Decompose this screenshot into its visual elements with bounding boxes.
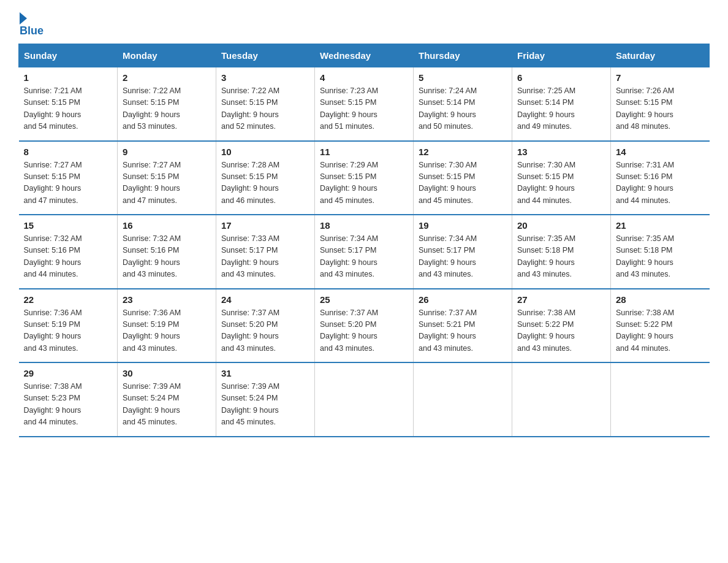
day-number: 16: [123, 220, 211, 231]
day-info: Sunrise: 7:35 AMSunset: 5:18 PMDaylight:…: [517, 233, 605, 281]
day-number: 19: [419, 220, 507, 231]
logo-arrow-icon: [20, 12, 27, 25]
day-number: 24: [221, 294, 309, 305]
calendar-cell: 19Sunrise: 7:34 AMSunset: 5:17 PMDayligh…: [414, 215, 512, 289]
day-info: Sunrise: 7:22 AMSunset: 5:15 PMDaylight:…: [123, 85, 211, 133]
day-info: Sunrise: 7:27 AMSunset: 5:15 PMDaylight:…: [24, 159, 113, 207]
calendar-header-row: SundayMondayTuesdayWednesdayThursdayFrid…: [19, 44, 710, 67]
calendar-cell: 16Sunrise: 7:32 AMSunset: 5:16 PMDayligh…: [118, 215, 216, 289]
day-info: Sunrise: 7:39 AMSunset: 5:24 PMDaylight:…: [123, 381, 211, 429]
day-info: Sunrise: 7:35 AMSunset: 5:18 PMDaylight:…: [616, 233, 705, 281]
calendar-cell: 11Sunrise: 7:29 AMSunset: 5:15 PMDayligh…: [315, 141, 414, 215]
day-number: 3: [221, 72, 309, 83]
calendar-cell: 4Sunrise: 7:23 AMSunset: 5:15 PMDaylight…: [315, 67, 414, 141]
calendar-cell: 21Sunrise: 7:35 AMSunset: 5:18 PMDayligh…: [611, 215, 710, 289]
day-number: 25: [320, 294, 408, 305]
logo-subtitle: Blue: [20, 25, 44, 37]
calendar-cell: 8Sunrise: 7:27 AMSunset: 5:15 PMDaylight…: [19, 141, 118, 215]
day-info: Sunrise: 7:37 AMSunset: 5:20 PMDaylight:…: [320, 307, 408, 355]
day-info: Sunrise: 7:32 AMSunset: 5:16 PMDaylight:…: [24, 233, 113, 281]
calendar-cell: 1Sunrise: 7:21 AMSunset: 5:15 PMDaylight…: [19, 67, 118, 141]
day-info: Sunrise: 7:25 AMSunset: 5:14 PMDaylight:…: [517, 85, 605, 133]
day-number: 22: [24, 294, 113, 305]
day-number: 4: [320, 72, 408, 83]
logo: Blue: [18, 12, 44, 37]
header-tuesday: Tuesday: [216, 44, 315, 67]
week-row-3: 15Sunrise: 7:32 AMSunset: 5:16 PMDayligh…: [19, 215, 710, 289]
header-thursday: Thursday: [414, 44, 512, 67]
calendar-cell: [414, 362, 512, 437]
week-row-5: 29Sunrise: 7:38 AMSunset: 5:23 PMDayligh…: [19, 362, 710, 437]
calendar-cell: 5Sunrise: 7:24 AMSunset: 5:14 PMDaylight…: [414, 67, 512, 141]
day-info: Sunrise: 7:21 AMSunset: 5:15 PMDaylight:…: [24, 85, 113, 133]
day-number: 14: [616, 147, 705, 157]
calendar-cell: 30Sunrise: 7:39 AMSunset: 5:24 PMDayligh…: [118, 362, 216, 437]
day-info: Sunrise: 7:36 AMSunset: 5:19 PMDaylight:…: [123, 307, 211, 355]
day-number: 29: [24, 368, 113, 378]
calendar-cell: 20Sunrise: 7:35 AMSunset: 5:18 PMDayligh…: [512, 215, 611, 289]
day-info: Sunrise: 7:22 AMSunset: 5:15 PMDaylight:…: [221, 85, 309, 133]
day-number: 5: [419, 72, 507, 83]
calendar-cell: 6Sunrise: 7:25 AMSunset: 5:14 PMDaylight…: [512, 67, 611, 141]
calendar-cell: 9Sunrise: 7:27 AMSunset: 5:15 PMDaylight…: [118, 141, 216, 215]
week-row-1: 1Sunrise: 7:21 AMSunset: 5:15 PMDaylight…: [19, 67, 710, 141]
day-info: Sunrise: 7:24 AMSunset: 5:14 PMDaylight:…: [419, 85, 507, 133]
day-info: Sunrise: 7:37 AMSunset: 5:21 PMDaylight:…: [419, 307, 507, 355]
calendar-cell: 15Sunrise: 7:32 AMSunset: 5:16 PMDayligh…: [19, 215, 118, 289]
page-header: Blue: [18, 12, 710, 37]
day-number: 13: [517, 147, 605, 157]
header-saturday: Saturday: [611, 44, 710, 67]
day-number: 27: [517, 294, 605, 305]
day-info: Sunrise: 7:38 AMSunset: 5:22 PMDaylight:…: [517, 307, 605, 355]
day-info: Sunrise: 7:29 AMSunset: 5:15 PMDaylight:…: [320, 159, 408, 207]
day-number: 10: [221, 147, 309, 157]
calendar-cell: 14Sunrise: 7:31 AMSunset: 5:16 PMDayligh…: [611, 141, 710, 215]
day-info: Sunrise: 7:30 AMSunset: 5:15 PMDaylight:…: [517, 159, 605, 207]
calendar-cell: 28Sunrise: 7:38 AMSunset: 5:22 PMDayligh…: [611, 289, 710, 363]
calendar-table: SundayMondayTuesdayWednesdayThursdayFrid…: [18, 44, 710, 437]
calendar-cell: 12Sunrise: 7:30 AMSunset: 5:15 PMDayligh…: [414, 141, 512, 215]
calendar-cell: 17Sunrise: 7:33 AMSunset: 5:17 PMDayligh…: [216, 215, 315, 289]
calendar-cell: 24Sunrise: 7:37 AMSunset: 5:20 PMDayligh…: [216, 289, 315, 363]
day-info: Sunrise: 7:36 AMSunset: 5:19 PMDaylight:…: [24, 307, 113, 355]
day-number: 31: [221, 368, 309, 378]
calendar-cell: 25Sunrise: 7:37 AMSunset: 5:20 PMDayligh…: [315, 289, 414, 363]
calendar-cell: 26Sunrise: 7:37 AMSunset: 5:21 PMDayligh…: [414, 289, 512, 363]
day-info: Sunrise: 7:37 AMSunset: 5:20 PMDaylight:…: [221, 307, 309, 355]
calendar-cell: 29Sunrise: 7:38 AMSunset: 5:23 PMDayligh…: [19, 362, 118, 437]
calendar-cell: 2Sunrise: 7:22 AMSunset: 5:15 PMDaylight…: [118, 67, 216, 141]
day-number: 9: [123, 147, 211, 157]
header-wednesday: Wednesday: [315, 44, 414, 67]
day-number: 21: [616, 220, 705, 231]
calendar-cell: 10Sunrise: 7:28 AMSunset: 5:15 PMDayligh…: [216, 141, 315, 215]
day-info: Sunrise: 7:28 AMSunset: 5:15 PMDaylight:…: [221, 159, 309, 207]
day-number: 11: [320, 147, 408, 157]
day-number: 30: [123, 368, 211, 378]
calendar-cell: [315, 362, 414, 437]
day-info: Sunrise: 7:32 AMSunset: 5:16 PMDaylight:…: [123, 233, 211, 281]
day-number: 6: [517, 72, 605, 83]
calendar-cell: 22Sunrise: 7:36 AMSunset: 5:19 PMDayligh…: [19, 289, 118, 363]
week-row-2: 8Sunrise: 7:27 AMSunset: 5:15 PMDaylight…: [19, 141, 710, 215]
calendar-cell: 23Sunrise: 7:36 AMSunset: 5:19 PMDayligh…: [118, 289, 216, 363]
day-info: Sunrise: 7:33 AMSunset: 5:17 PMDaylight:…: [221, 233, 309, 281]
calendar-cell: [512, 362, 611, 437]
day-number: 12: [419, 147, 507, 157]
day-number: 20: [517, 220, 605, 231]
day-info: Sunrise: 7:30 AMSunset: 5:15 PMDaylight:…: [419, 159, 507, 207]
day-info: Sunrise: 7:26 AMSunset: 5:15 PMDaylight:…: [616, 85, 705, 133]
day-number: 1: [24, 72, 113, 83]
day-number: 26: [419, 294, 507, 305]
day-number: 8: [24, 147, 113, 157]
calendar-cell: 27Sunrise: 7:38 AMSunset: 5:22 PMDayligh…: [512, 289, 611, 363]
calendar-cell: 31Sunrise: 7:39 AMSunset: 5:24 PMDayligh…: [216, 362, 315, 437]
calendar-cell: 7Sunrise: 7:26 AMSunset: 5:15 PMDaylight…: [611, 67, 710, 141]
day-info: Sunrise: 7:34 AMSunset: 5:17 PMDaylight:…: [320, 233, 408, 281]
day-number: 28: [616, 294, 705, 305]
day-number: 23: [123, 294, 211, 305]
calendar-cell: 18Sunrise: 7:34 AMSunset: 5:17 PMDayligh…: [315, 215, 414, 289]
day-number: 18: [320, 220, 408, 231]
day-info: Sunrise: 7:38 AMSunset: 5:23 PMDaylight:…: [24, 381, 113, 429]
day-info: Sunrise: 7:38 AMSunset: 5:22 PMDaylight:…: [616, 307, 705, 355]
day-info: Sunrise: 7:34 AMSunset: 5:17 PMDaylight:…: [419, 233, 507, 281]
